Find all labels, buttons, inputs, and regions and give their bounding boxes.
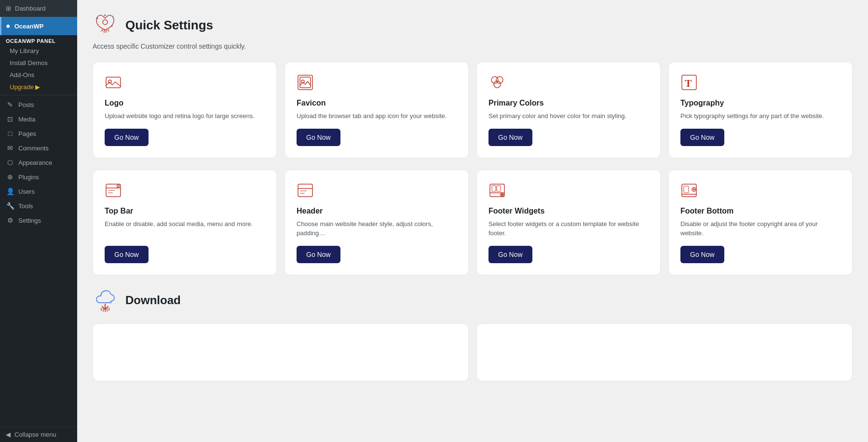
sidebar-separator-1 bbox=[0, 95, 77, 95]
media-icon: ⊡ bbox=[6, 115, 14, 123]
svg-text:T: T bbox=[685, 77, 692, 89]
footer-bottom-go-now-button[interactable]: Go Now bbox=[680, 246, 724, 263]
card-top-bar: Top Bar Enable or disable, add social me… bbox=[93, 170, 277, 275]
download-card-2 bbox=[476, 323, 853, 381]
sidebar-item-add-ons[interactable]: Add-Ons bbox=[0, 69, 77, 81]
quick-settings-cards-row1: Logo Upload website logo and retina logo… bbox=[93, 62, 853, 158]
svg-rect-19 bbox=[108, 192, 113, 193]
card-footer-bottom: Footer Bottom Disable or adjust the foot… bbox=[668, 170, 853, 275]
logo-card-desc: Upload website logo and retina logo for … bbox=[105, 111, 265, 121]
top-bar-card-icon bbox=[105, 182, 265, 203]
card-logo: Logo Upload website logo and retina logo… bbox=[93, 62, 277, 158]
header-go-now-button[interactable]: Go Now bbox=[297, 246, 340, 263]
sidebar-item-appearance[interactable]: ⬡ Appearance bbox=[0, 155, 77, 170]
users-icon: 👤 bbox=[6, 188, 14, 195]
sidebar-item-posts[interactable]: ✎ Posts bbox=[0, 97, 77, 112]
download-section: Download bbox=[93, 287, 853, 381]
top-bar-card-title: Top Bar bbox=[105, 207, 265, 215]
svg-point-1 bbox=[103, 20, 108, 25]
primary-colors-card-desc: Set primary color and hover color for ma… bbox=[488, 111, 649, 121]
oceanwp-panel-label: OceanWP Panel bbox=[0, 35, 77, 45]
top-bar-card-desc: Enable or disable, add social media, men… bbox=[105, 219, 265, 238]
typography-card-title: Typography bbox=[680, 99, 841, 107]
card-footer-widgets: Footer Widgets Select footer widgets or … bbox=[476, 170, 661, 275]
settings-icon: ⚙ bbox=[6, 216, 14, 224]
svg-rect-22 bbox=[300, 190, 307, 191]
dashboard-icon: ⊞ bbox=[6, 5, 11, 12]
main-content: Quick Settings Access specific Customize… bbox=[77, 0, 868, 442]
favicon-go-now-button[interactable]: Go Now bbox=[297, 129, 340, 146]
oceanwp-panel-section: OceanWP Panel My Library Install Demos A… bbox=[0, 35, 77, 93]
header-card-title: Header bbox=[297, 207, 457, 215]
collapse-menu-button[interactable]: ◀ Collapse menu bbox=[0, 427, 77, 442]
sidebar-item-users[interactable]: 👤 Users bbox=[0, 184, 77, 199]
card-favicon: Favicon Upload the browser tab and app i… bbox=[285, 62, 469, 158]
sidebar-item-settings[interactable]: ⚙ Settings bbox=[0, 213, 77, 228]
sidebar: ⊞ Dashboard ● OceanWP OceanWP Panel My L… bbox=[0, 0, 77, 442]
favicon-card-title: Favicon bbox=[297, 99, 457, 107]
sidebar-item-tools[interactable]: 🔧 Tools bbox=[0, 199, 77, 213]
quick-settings-header: Quick Settings bbox=[93, 12, 853, 39]
svg-rect-23 bbox=[300, 193, 305, 194]
footer-bottom-card-icon bbox=[680, 182, 841, 203]
download-header: Download bbox=[93, 287, 853, 314]
svg-point-2 bbox=[97, 18, 98, 19]
download-cards-grid bbox=[93, 323, 853, 381]
header-card-desc: Choose main website header style, adjust… bbox=[297, 219, 457, 238]
footer-widgets-card-title: Footer Widgets bbox=[488, 207, 649, 215]
sidebar-item-dashboard[interactable]: ⊞ Dashboard bbox=[0, 0, 77, 17]
primary-colors-go-now-button[interactable]: Go Now bbox=[488, 129, 532, 146]
download-icon bbox=[93, 287, 118, 314]
sidebar-item-plugins[interactable]: ⊕ Plugins bbox=[0, 170, 77, 184]
card-header: Header Choose main website header style,… bbox=[285, 170, 469, 275]
svg-rect-18 bbox=[108, 190, 115, 191]
download-card-1 bbox=[93, 323, 469, 381]
typography-card-desc: Pick typography settings for any part of… bbox=[680, 111, 841, 121]
pages-icon: □ bbox=[6, 130, 14, 137]
card-typography: T Typography Pick typography settings fo… bbox=[668, 62, 853, 158]
logo-card-title: Logo bbox=[105, 99, 265, 107]
primary-colors-card-title: Primary Colors bbox=[488, 99, 649, 107]
favicon-card-desc: Upload the browser tab and app icon for … bbox=[297, 111, 457, 121]
svg-rect-27 bbox=[497, 186, 501, 191]
svg-rect-33 bbox=[684, 186, 689, 193]
sidebar-item-install-demos[interactable]: Install Demos bbox=[0, 57, 77, 69]
oceanwp-icon: ● bbox=[6, 22, 11, 30]
posts-icon: ✎ bbox=[6, 101, 14, 108]
quick-settings-description: Access specific Customizer control setti… bbox=[93, 42, 853, 50]
quick-settings-title: Quick Settings bbox=[125, 18, 213, 33]
sidebar-item-comments[interactable]: ✉ Comments bbox=[0, 141, 77, 155]
download-title: Download bbox=[125, 294, 181, 307]
collapse-icon: ◀ bbox=[6, 431, 11, 438]
svg-point-17 bbox=[117, 185, 120, 187]
svg-point-4 bbox=[111, 26, 113, 27]
footer-widgets-card-desc: Select footer widgets or a custom templa… bbox=[488, 219, 649, 238]
footer-bottom-card-desc: Disable or adjust the footer copyright a… bbox=[680, 219, 841, 238]
favicon-card-icon bbox=[297, 74, 457, 95]
svg-rect-5 bbox=[106, 77, 121, 88]
plugins-icon: ⊕ bbox=[6, 173, 14, 181]
card-primary-colors: Primary Colors Set primary color and hov… bbox=[476, 62, 661, 158]
primary-colors-card-icon bbox=[488, 74, 649, 95]
footer-bottom-card-title: Footer Bottom bbox=[680, 207, 841, 215]
top-bar-go-now-button[interactable]: Go Now bbox=[105, 246, 149, 263]
logo-go-now-button[interactable]: Go Now bbox=[105, 129, 149, 146]
sidebar-item-pages[interactable]: □ Pages bbox=[0, 126, 77, 141]
logo-card-icon bbox=[105, 74, 265, 95]
header-card-icon bbox=[297, 182, 457, 203]
sidebar-item-upgrade[interactable]: Upgrade ▶ bbox=[0, 81, 77, 93]
typography-go-now-button[interactable]: Go Now bbox=[680, 129, 724, 146]
typography-card-icon: T bbox=[680, 74, 841, 95]
comments-icon: ✉ bbox=[6, 144, 14, 152]
sidebar-item-my-library[interactable]: My Library bbox=[0, 45, 77, 57]
footer-widgets-go-now-button[interactable]: Go Now bbox=[488, 246, 532, 263]
sidebar-item-media[interactable]: ⊡ Media bbox=[0, 112, 77, 126]
svg-point-3 bbox=[112, 16, 113, 17]
quick-settings-icon bbox=[93, 12, 118, 39]
tools-icon: 🔧 bbox=[6, 202, 14, 210]
svg-rect-26 bbox=[492, 186, 496, 191]
appearance-icon: ⬡ bbox=[6, 159, 14, 166]
sidebar-item-oceanwp[interactable]: ● OceanWP bbox=[0, 17, 77, 35]
footer-widgets-card-icon bbox=[488, 182, 649, 203]
quick-settings-cards-row2: Top Bar Enable or disable, add social me… bbox=[93, 170, 853, 275]
